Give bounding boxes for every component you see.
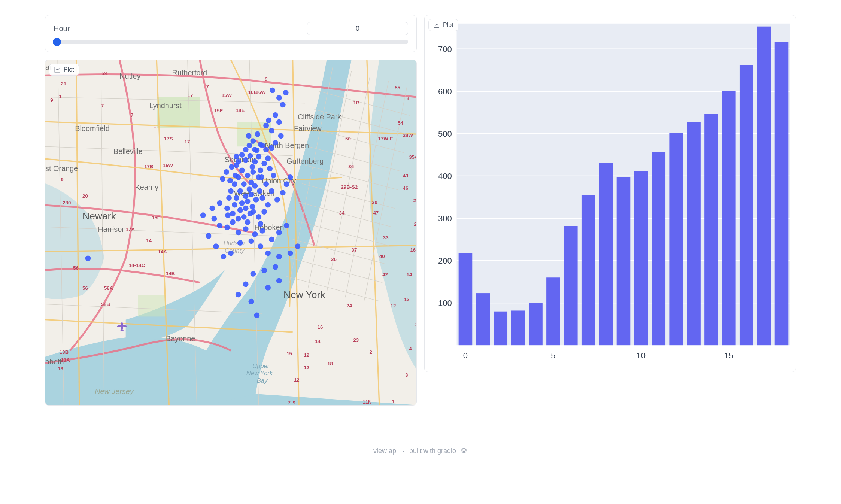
scatter-point <box>234 163 239 168</box>
road-label: 1 <box>59 94 61 99</box>
bar-plot[interactable]: 100200300400500600700 051015 <box>427 18 793 370</box>
slider-thumb[interactable] <box>53 38 61 46</box>
scatter-point <box>256 154 261 160</box>
road-label: 23 <box>353 337 359 343</box>
road-label: 9 <box>50 97 53 103</box>
road-label: 14A <box>158 249 167 255</box>
bar <box>529 303 543 345</box>
scatter-point <box>265 251 271 256</box>
map-label-guttenberg: Guttenberg <box>286 157 324 165</box>
road-label: 14 <box>146 238 152 243</box>
road-label: 280 <box>63 200 71 206</box>
scatter-point <box>257 188 262 194</box>
road-label: 12 <box>304 365 309 370</box>
scatter-point <box>270 88 275 93</box>
road-label: 37 <box>352 247 357 253</box>
bar-plot-panel: Plot 100200300400500600700 051015 <box>424 15 796 372</box>
svg-text:700: 700 <box>438 45 452 54</box>
scatter-point <box>259 195 265 201</box>
scatter-point <box>261 268 267 273</box>
scatter-point <box>236 292 241 297</box>
scatter-point <box>273 112 278 118</box>
built-with-link[interactable]: built with gradio <box>409 447 456 455</box>
road-label: 9 <box>265 76 267 82</box>
road-label: 17W-E <box>378 136 393 142</box>
hour-slider-panel: Hour <box>45 15 417 52</box>
scatter-point <box>263 123 269 128</box>
svg-text:200: 200 <box>438 256 452 265</box>
road-label: 12 <box>391 303 396 309</box>
bar <box>757 27 771 345</box>
bar <box>599 163 613 345</box>
map-svg: New York Newark Bayonne Hoboken Union Ci… <box>45 60 416 405</box>
scatter-point <box>246 133 252 139</box>
scatter-point <box>252 159 258 164</box>
scatter-point <box>249 299 254 304</box>
road-label: 39W <box>403 133 413 138</box>
road-label: 17 <box>185 139 190 145</box>
map-label-newark: Newark <box>82 210 116 222</box>
scatter-point <box>85 256 91 261</box>
scatter-point <box>276 254 282 259</box>
footer: view api · built with gradio <box>45 447 796 455</box>
scatter-point <box>247 186 252 192</box>
map-label-rutherford: Rutherford <box>172 69 207 77</box>
bar <box>775 42 789 346</box>
map-label-bloomfield: Bloomfield <box>75 124 109 133</box>
scatter-point <box>243 157 249 163</box>
svg-text:300: 300 <box>438 214 452 223</box>
slider-track[interactable] <box>54 40 408 44</box>
bar <box>740 65 753 346</box>
scatter-point <box>236 216 241 222</box>
plot-icon <box>433 22 440 28</box>
road-label: 42 <box>382 272 388 277</box>
scatter-point <box>232 202 237 208</box>
scatter-point <box>269 188 274 194</box>
road-label: 18 <box>327 361 333 367</box>
map-label-uny1: Upper <box>252 362 270 369</box>
scatter-point <box>211 216 217 222</box>
road-label: 18E <box>236 107 245 113</box>
scatter-point <box>243 282 249 287</box>
road-label: 20 <box>414 221 416 227</box>
scatter-point <box>225 212 231 218</box>
road-label: 12 <box>304 352 309 358</box>
road-label: 17A <box>126 227 135 233</box>
map-plot-panel: Plot <box>45 60 417 406</box>
slider-value-input[interactable] <box>307 22 408 35</box>
svg-text:100: 100 <box>438 298 452 308</box>
scatter-point <box>288 251 293 256</box>
scatter-point <box>249 192 254 197</box>
bar <box>722 91 736 345</box>
scatter-point <box>243 194 249 199</box>
road-label: 15E <box>152 215 161 221</box>
svg-text:10: 10 <box>637 351 646 360</box>
road-label: 33 <box>383 235 389 240</box>
svg-text:500: 500 <box>438 129 452 139</box>
scatter-point <box>251 138 256 144</box>
scatter-point <box>273 140 278 146</box>
road-label: 36 <box>348 164 354 169</box>
scatter-point <box>224 225 230 230</box>
road-label: 1B <box>353 100 360 106</box>
scatter-point <box>234 195 239 201</box>
scatter-point <box>273 264 278 270</box>
scatter-point <box>237 240 243 246</box>
map-label-lyndhurst: Lyndhurst <box>149 101 182 110</box>
scatter-point <box>229 164 234 170</box>
bar <box>652 152 665 346</box>
gradio-icon <box>460 447 468 454</box>
scatter-point <box>284 181 289 187</box>
road-label: 3 <box>405 372 408 378</box>
view-api-link[interactable]: view api <box>373 447 398 455</box>
svg-text:5: 5 <box>551 351 555 360</box>
map-plot[interactable]: New York Newark Bayonne Hoboken Union Ci… <box>45 60 416 405</box>
scatter-point <box>250 204 255 209</box>
scatter-point <box>241 181 247 187</box>
road-label: 15W <box>222 92 232 98</box>
scatter-point <box>295 243 300 249</box>
road-label: 15 <box>286 351 292 356</box>
scatter-point <box>232 181 237 187</box>
scatter-point <box>283 90 289 95</box>
road-label: 2 <box>369 349 372 355</box>
